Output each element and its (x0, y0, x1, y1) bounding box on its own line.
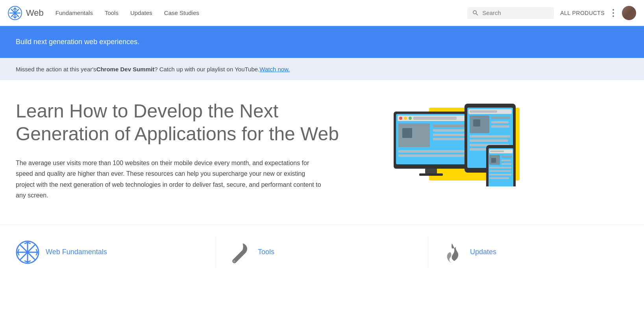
navbar: Web Fundamentals Tools Updates Case Stud… (0, 0, 644, 26)
svg-point-15 (409, 117, 412, 120)
watch-now-link[interactable]: Watch now. (259, 66, 290, 73)
web-fundamentals-icon (16, 240, 39, 264)
svg-rect-38 (470, 140, 508, 142)
user-avatar[interactable] (622, 6, 636, 20)
updates-label: Updates (470, 248, 496, 256)
more-options-button[interactable] (611, 7, 616, 19)
svg-rect-25 (398, 154, 469, 157)
search-icon (472, 9, 479, 17)
svg-rect-27 (419, 173, 443, 176)
hero-banner: Build next generation web experiences. (0, 26, 644, 58)
devices-svg (386, 100, 527, 186)
card-divider-1 (216, 236, 216, 268)
hero-title: Learn How to Develop the Next Generation… (16, 100, 370, 145)
svg-rect-51 (489, 167, 511, 168)
hero-text: Learn How to Develop the Next Generation… (16, 100, 370, 201)
dot (613, 15, 614, 17)
info-banner-prefix: Missed the action at this year's (16, 66, 96, 73)
svg-rect-49 (502, 160, 511, 161)
nav-link-updates[interactable]: Updates (130, 8, 152, 18)
svg-rect-35 (491, 121, 509, 123)
svg-rect-23 (433, 138, 464, 140)
web-fundamentals-card[interactable]: Web Fundamentals (16, 233, 204, 272)
all-products-button[interactable]: ALL PRODUCTS (560, 10, 605, 16)
nav-link-fundamentals[interactable]: Fundamentals (56, 8, 93, 18)
svg-rect-24 (398, 150, 473, 153)
tools-label: Tools (258, 248, 274, 256)
svg-rect-31 (470, 110, 497, 113)
svg-point-14 (404, 117, 407, 120)
hero-banner-text: Build next generation web experiences. (16, 38, 139, 46)
svg-rect-53 (489, 174, 511, 175)
tools-card[interactable]: Tools (228, 233, 416, 272)
svg-point-69 (233, 260, 235, 262)
svg-rect-36 (491, 125, 509, 128)
nav-links: Fundamentals Tools Updates Case Studies (56, 8, 467, 18)
hero-illustration (386, 100, 527, 186)
svg-rect-50 (502, 163, 511, 165)
nav-logo[interactable]: Web (8, 6, 44, 20)
dot (613, 12, 614, 14)
info-banner-bold: Chrome Dev Summit (96, 66, 155, 73)
svg-rect-21 (433, 129, 468, 132)
svg-rect-19 (402, 128, 412, 138)
logo-icon (8, 6, 22, 20)
svg-rect-47 (491, 158, 496, 163)
nav-right: ALL PRODUCTS (467, 6, 636, 20)
svg-rect-33 (473, 119, 480, 127)
bottom-cards: Web Fundamentals Tools Updates (0, 224, 644, 280)
logo-text: Web (26, 8, 44, 18)
svg-rect-26 (425, 169, 437, 173)
svg-rect-52 (489, 170, 511, 172)
svg-rect-34 (491, 116, 510, 119)
svg-rect-37 (470, 135, 510, 138)
web-fundamentals-label: Web Fundamentals (46, 248, 107, 256)
svg-rect-45 (490, 151, 504, 152)
search-input[interactable] (482, 9, 549, 16)
nav-link-tools[interactable]: Tools (105, 8, 118, 18)
nav-link-case-studies[interactable]: Case Studies (164, 8, 199, 18)
hero-body: The average user visits more than 100 we… (16, 158, 323, 201)
info-banner: Missed the action at this year's Chrome … (0, 58, 644, 80)
tools-icon (228, 240, 252, 264)
dot (613, 9, 614, 11)
hero-section: Learn How to Develop the Next Generation… (0, 80, 630, 216)
svg-rect-48 (502, 156, 512, 158)
svg-point-13 (399, 117, 402, 120)
updates-icon (440, 240, 464, 264)
card-divider-2 (428, 236, 428, 268)
updates-card[interactable]: Updates (440, 233, 628, 272)
info-banner-suffix: ? Catch up with our playlist on YouTube. (154, 66, 259, 73)
avatar-image (622, 6, 636, 20)
search-container[interactable] (467, 7, 554, 19)
svg-rect-16 (413, 117, 457, 120)
svg-rect-54 (489, 177, 509, 179)
